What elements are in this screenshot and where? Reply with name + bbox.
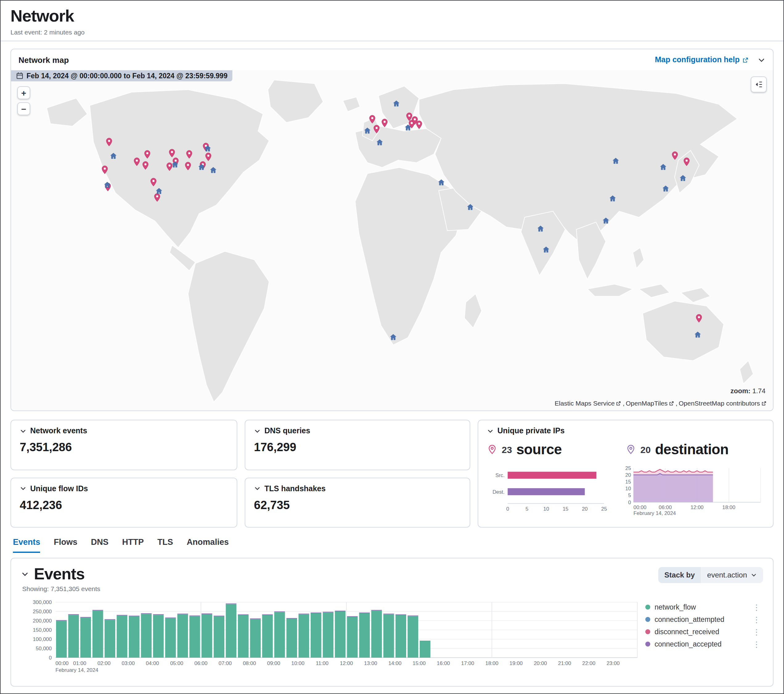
map-pin-marker[interactable] bbox=[183, 161, 193, 173]
map-home-marker[interactable] bbox=[390, 332, 397, 343]
map-home-marker[interactable] bbox=[393, 99, 400, 110]
svg-text:150,000: 150,000 bbox=[33, 627, 52, 633]
map-pin-marker[interactable] bbox=[670, 151, 679, 162]
kpi-value: 176,299 bbox=[254, 441, 461, 454]
map-configuration-help-link[interactable]: Map configuration help bbox=[655, 56, 749, 64]
stack-by-select[interactable]: event.action bbox=[701, 567, 763, 583]
map-home-marker[interactable] bbox=[171, 160, 178, 171]
tab-flows[interactable]: Flows bbox=[54, 537, 77, 553]
svg-text:25: 25 bbox=[601, 506, 607, 512]
map-home-marker[interactable] bbox=[609, 193, 617, 204]
destination-ips-count: 20 bbox=[641, 444, 651, 455]
map-home-marker[interactable] bbox=[438, 178, 445, 189]
map-date-range-badge: Feb 14, 2024 @ 00:00:00.000 to Feb 14, 2… bbox=[11, 70, 232, 81]
map-home-marker[interactable] bbox=[679, 173, 687, 184]
stack-by-control[interactable]: Stack by event.action bbox=[658, 567, 763, 583]
attribution-link-elastic-maps-service[interactable]: Elastic Maps Service bbox=[555, 399, 622, 407]
map-pin-marker[interactable] bbox=[143, 150, 152, 162]
legend-item-connection_accepted[interactable]: connection_accepted⋮ bbox=[645, 638, 763, 650]
svg-text:25: 25 bbox=[625, 465, 631, 471]
map-zoom-value: 1.74 bbox=[752, 387, 766, 394]
map-zoom-out-button[interactable]: − bbox=[17, 102, 30, 115]
map-home-marker[interactable] bbox=[537, 224, 544, 235]
legend-menu-icon[interactable]: ⋮ bbox=[751, 615, 763, 624]
svg-text:00:00: 00:00 bbox=[634, 504, 647, 510]
attribution-link-openmaptiles[interactable]: OpenMapTiles bbox=[626, 399, 675, 407]
minus-icon: − bbox=[21, 104, 26, 114]
map-pin-marker[interactable] bbox=[415, 120, 424, 132]
map-pin-marker[interactable] bbox=[105, 137, 114, 149]
svg-text:23:00: 23:00 bbox=[606, 660, 620, 666]
svg-text:200,000: 200,000 bbox=[33, 618, 52, 624]
svg-text:09:00: 09:00 bbox=[267, 660, 280, 666]
map-attribution: Elastic Maps Service , OpenMapTiles , Op… bbox=[555, 399, 767, 407]
svg-text:10:00: 10:00 bbox=[291, 660, 305, 666]
map-home-marker[interactable] bbox=[694, 330, 701, 341]
kpi-grid: Network events 7,351,286 DNS queries 176… bbox=[10, 420, 774, 528]
svg-text:20: 20 bbox=[625, 472, 631, 478]
tab-tls[interactable]: TLS bbox=[158, 537, 173, 553]
map-home-marker[interactable] bbox=[155, 186, 163, 197]
map-pin-marker[interactable] bbox=[140, 161, 150, 172]
svg-text:02:00: 02:00 bbox=[97, 660, 110, 666]
legend-item-disconnect_received[interactable]: disconnect_received⋮ bbox=[645, 626, 763, 638]
map-pin-marker[interactable] bbox=[682, 157, 692, 168]
destination-ips-stat: 20 destination bbox=[626, 441, 764, 458]
legend-toggle-icon bbox=[754, 80, 763, 89]
chevron-down-icon[interactable] bbox=[20, 427, 26, 434]
map-pin-marker[interactable] bbox=[132, 157, 142, 168]
map-home-marker[interactable] bbox=[612, 156, 620, 167]
map-home-marker[interactable] bbox=[659, 162, 667, 173]
external-link-icon bbox=[742, 56, 749, 63]
map-panel-collapse-icon[interactable] bbox=[758, 56, 766, 64]
legend-menu-icon[interactable]: ⋮ bbox=[751, 640, 763, 649]
map-home-marker[interactable] bbox=[404, 123, 412, 134]
map-canvas[interactable]: Feb 14, 2024 @ 00:00:00.000 to Feb 14, 2… bbox=[11, 70, 773, 410]
legend-item-network_flow[interactable]: network_flow⋮ bbox=[645, 601, 763, 613]
events-showing-count: Showing: 7,351,305 events bbox=[22, 585, 763, 592]
map-zoom-in-button[interactable]: + bbox=[17, 86, 30, 99]
chevron-down-icon[interactable] bbox=[20, 485, 26, 492]
map-home-marker[interactable] bbox=[542, 245, 550, 256]
legend-item-connection_attempted[interactable]: connection_attempted⋮ bbox=[645, 613, 763, 626]
events-collapse-icon[interactable] bbox=[21, 570, 29, 578]
destination-ips-label: destination bbox=[655, 441, 728, 458]
map-pin-marker[interactable] bbox=[184, 150, 194, 162]
plus-icon: + bbox=[21, 88, 26, 98]
map-home-marker[interactable] bbox=[103, 180, 110, 191]
chevron-down-icon[interactable] bbox=[254, 427, 261, 434]
tab-dns[interactable]: DNS bbox=[91, 537, 109, 553]
kpi-value: 7,351,286 bbox=[20, 441, 228, 454]
tab-events[interactable]: Events bbox=[13, 537, 40, 553]
tab-http[interactable]: HTTP bbox=[122, 537, 144, 553]
map-pin-marker[interactable] bbox=[694, 314, 703, 325]
legend-menu-icon[interactable]: ⋮ bbox=[751, 627, 763, 636]
events-title: Events bbox=[34, 565, 85, 584]
map-home-marker[interactable] bbox=[376, 137, 384, 148]
kpi-network-events: Network events 7,351,286 bbox=[10, 420, 237, 470]
kpi-value: 412,236 bbox=[20, 498, 228, 512]
map-home-marker[interactable] bbox=[209, 165, 217, 176]
map-pin-marker[interactable] bbox=[380, 118, 389, 130]
chevron-down-icon[interactable] bbox=[487, 427, 494, 434]
map-home-marker[interactable] bbox=[662, 184, 669, 195]
legend-label: disconnect_received bbox=[655, 628, 746, 635]
map-home-marker[interactable] bbox=[204, 143, 211, 155]
map-legend-toggle-button[interactable] bbox=[751, 76, 767, 92]
svg-text:20:00: 20:00 bbox=[534, 660, 547, 666]
svg-text:17:00: 17:00 bbox=[461, 660, 474, 666]
svg-text:04:00: 04:00 bbox=[146, 660, 159, 666]
map-home-marker[interactable] bbox=[603, 215, 610, 226]
svg-text:01:00: 01:00 bbox=[73, 660, 86, 666]
map-pin-marker[interactable] bbox=[100, 165, 109, 177]
tab-anomalies[interactable]: Anomalies bbox=[187, 537, 229, 553]
destination-pin-icon bbox=[626, 444, 636, 455]
map-home-marker[interactable] bbox=[364, 126, 371, 137]
map-home-marker[interactable] bbox=[109, 151, 117, 162]
map-home-marker[interactable] bbox=[198, 162, 205, 173]
legend-menu-icon[interactable]: ⋮ bbox=[751, 602, 763, 612]
attribution-link-openstreetmap[interactable]: OpenStreetMap contributors bbox=[679, 399, 767, 407]
legend-color-dot bbox=[645, 617, 650, 622]
map-home-marker[interactable] bbox=[467, 202, 474, 213]
chevron-down-icon[interactable] bbox=[254, 485, 261, 492]
